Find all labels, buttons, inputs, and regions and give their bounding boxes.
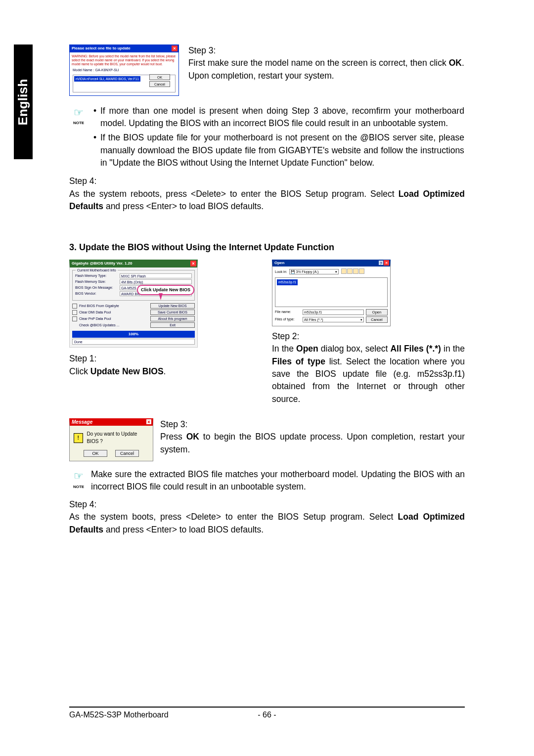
note-icon: ☞ NOTE	[69, 468, 88, 487]
t: to begin the BIOS update process. Upon c…	[160, 432, 465, 454]
note1-text: If more than one model is present when d…	[93, 105, 464, 172]
ok-button[interactable]: OK	[84, 450, 107, 457]
page-content: Please select one file to update × WARNI…	[69, 44, 465, 536]
val: MXIC SPI Flash	[120, 273, 192, 278]
views-icon[interactable]	[359, 268, 364, 274]
lbl: BIOS Sign On Message:	[75, 285, 120, 290]
dialog-title: Please select one file to update	[72, 45, 131, 51]
open-dialog: Open ?× Look in: 💾 3½ Floppy (A:)▾ m52ss…	[272, 260, 391, 326]
t: OK	[449, 58, 462, 68]
filetype-combo[interactable]: All Files (*.*)▾	[303, 317, 364, 322]
msg-title: Message	[72, 419, 92, 426]
t: As the system boots, press <Delete> to e…	[69, 512, 398, 522]
cancel-button[interactable]: Cancel	[115, 450, 139, 457]
chk-label: Clear DMI Data Pool	[79, 310, 111, 315]
t: dialog box, select	[318, 344, 391, 354]
hand-pointer-icon: ☞	[69, 105, 88, 121]
t: and press <Enter> to load BIOS defaults.	[103, 201, 264, 211]
chevron-down-icon: ▾	[360, 317, 362, 322]
chk-label: Check @BIOS Updates ...	[79, 323, 119, 328]
filename-input[interactable]: m52ss3p.f1	[303, 310, 364, 315]
group-label: Current Motherboard Info	[76, 268, 118, 273]
t: OK	[186, 432, 199, 442]
note-label: NOTE	[69, 484, 88, 490]
note1-li1: If more than one model is present when d…	[93, 105, 464, 130]
file-item[interactable]: m52ss3p.f1	[277, 279, 298, 285]
page-footer: GA-M52S-S3P Motherboard - 66 -	[69, 707, 465, 719]
t: Press	[160, 432, 186, 442]
close-icon[interactable]: ×	[172, 45, 178, 51]
look-in-label: Look in:	[275, 269, 287, 274]
new-folder-icon[interactable]	[353, 268, 358, 274]
chk-label: Find BIOS From Gigabyte	[79, 304, 119, 309]
msg-text: Do you want to Update BIOS ?	[87, 431, 149, 445]
open-button[interactable]: Open	[366, 309, 388, 315]
t: Open	[296, 344, 318, 354]
t: In the	[272, 344, 296, 354]
select-file-dialog: Please select one file to update × WARNI…	[69, 44, 179, 96]
model-name-label: Model Name : GA-K8NXP-SLI	[73, 68, 176, 73]
lbl: Files of type:	[275, 317, 301, 322]
status-text: Done	[72, 339, 195, 345]
chevron-down-icon: ▾	[335, 269, 337, 274]
checkbox[interactable]	[72, 304, 77, 309]
hand-pointer-icon: ☞	[69, 468, 88, 484]
t: .	[164, 366, 166, 376]
ok-button[interactable]: OK	[149, 74, 170, 80]
t: in the	[441, 344, 465, 354]
t: Update New BIOS	[90, 366, 164, 376]
val: 4M Bits (Only)	[120, 279, 192, 284]
up-icon[interactable]	[347, 268, 353, 274]
step2-heading: Step 2:	[272, 330, 465, 343]
section-3-title: 3. Update the BIOS without Using the Int…	[69, 241, 465, 254]
note1-li2: If the BIOS update file for your motherb…	[93, 132, 464, 169]
step4a-heading: Step 4:	[69, 175, 465, 187]
update-new-bios-button[interactable]: Update New BIOS	[150, 303, 195, 309]
open-title: Open	[274, 260, 284, 266]
model-listbox[interactable]: nVIDIA nForce4 SLI, AWARD BIOS, Ver.F11 …	[73, 75, 176, 92]
warning-text: WARNING: Before you select the model nam…	[72, 54, 177, 66]
t: Click	[69, 366, 90, 376]
lbl: BIOS Vendor:	[75, 291, 120, 296]
language-tab: English	[14, 44, 33, 159]
look-in-combo[interactable]: 💾 3½ Floppy (A:)▾	[289, 269, 339, 274]
note-icon: ☞ NOTE	[69, 105, 88, 124]
lbl: Flash Memory Type:	[75, 273, 120, 278]
back-icon[interactable]	[341, 268, 347, 274]
close-icon[interactable]: ×	[146, 419, 152, 425]
utility-title: Gigabyte @BIOS Utility Ver. 1.20	[72, 261, 133, 267]
step3-heading: Step 3:	[188, 44, 464, 57]
note-label: NOTE	[69, 120, 88, 126]
note2-text: Make sure the extracted BIOS file matche…	[91, 468, 465, 493]
lbl: Flash Memory Size:	[75, 279, 120, 284]
cancel-button[interactable]: Cancel	[149, 81, 170, 87]
lbl: File name:	[275, 310, 301, 314]
checkbox[interactable]	[72, 316, 77, 321]
file-list[interactable]: m52ss3p.f1	[275, 277, 388, 307]
toolbar-icons	[341, 268, 364, 275]
bios-utility-window: Gigabyte @BIOS Utility Ver. 1.20 × Curre…	[69, 260, 198, 348]
step3-text-block: Step 3: First make sure the model name o…	[188, 44, 464, 82]
cancel-button[interactable]: Cancel	[366, 316, 388, 323]
close-icon[interactable]: ×	[190, 261, 196, 267]
about-button[interactable]: About this program	[150, 316, 195, 321]
step4b-heading: Step 4:	[69, 498, 465, 511]
save-current-bios-button[interactable]: Save Current BIOS	[150, 310, 195, 315]
callout-label: Click Update New BIOS	[137, 285, 194, 295]
step1-heading: Step 1:	[69, 353, 262, 365]
t: and press <Enter> to load BIOS defaults.	[103, 525, 264, 534]
t: Files of type	[272, 356, 325, 366]
t: All Files (*.*)	[390, 344, 441, 354]
help-icon[interactable]: ?	[378, 260, 384, 266]
callout-arrow-icon	[159, 293, 163, 300]
list-item[interactable]: nVIDIA nForce4 SLI, AWARD BIOS, Ver.F11	[74, 76, 140, 82]
t: First make sure the model name on the sc…	[188, 58, 449, 68]
step3b-heading: Step 3:	[160, 418, 465, 431]
progress-bar: 100%	[72, 331, 195, 338]
warning-icon: !	[74, 433, 83, 443]
checkbox[interactable]	[72, 310, 77, 315]
footer-left: GA-M52S-S3P Motherboard	[69, 711, 247, 719]
exit-button[interactable]: Exit	[150, 322, 195, 328]
close-icon[interactable]: ×	[384, 260, 389, 266]
t: As the system reboots, press <Delete> to…	[69, 189, 399, 199]
